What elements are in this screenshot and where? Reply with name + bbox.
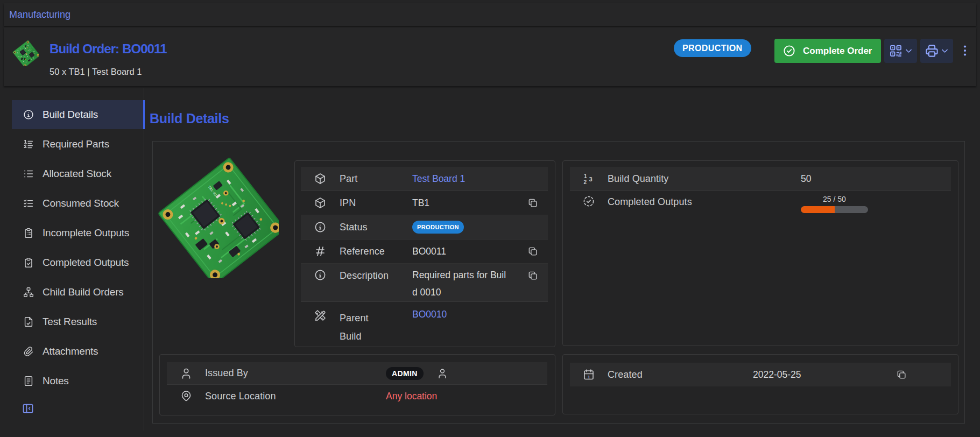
barcode-actions-button[interactable] [884,39,917,63]
value-text: BO0011 [412,246,446,257]
status-badge: PRODUCTION [412,221,464,234]
detail-row-parent-build: Parent Build BO0010 [301,302,548,347]
build-order-page: Manufacturing Build Order: BO0011 50 x T… [0,0,980,437]
detail-row-issued-by: Issued By ADMIN [167,362,547,385]
detail-row-reference: Reference BO0011 [301,239,548,264]
progress-check-icon [570,195,608,208]
page-header: Build Order: BO0011 50 x TB1 | Test Boar… [4,27,976,86]
sidebar-item-label: Incomplete Outputs [43,227,129,239]
checklist-icon [23,198,34,209]
part-thumbnail-image[interactable] [11,38,38,65]
info-circle-icon [23,109,34,121]
row-label: Part [340,172,412,186]
value-text: 50 [801,173,811,185]
value-link[interactable]: BO0010 [412,309,447,320]
numbers-icon [570,172,608,185]
sidebar-item-incomplete-outputs[interactable]: Incomplete Outputs [12,219,144,248]
value-text: Required parts for Build 0010 [412,266,510,301]
created-card: Created 2022-05-25 [562,354,958,414]
row-label: Build Quantity [608,172,801,186]
sitemap-icon [23,286,34,298]
value-link[interactable]: Any location [386,391,437,402]
more-actions-button[interactable] [955,40,975,61]
row-label: Source Location [205,389,386,404]
build-details-card: Part Test Board 1 IPN TB1 Status PRODUCT… [294,160,555,347]
progress: 25 / 50 [801,195,868,213]
row-label: Reference [340,244,412,259]
sidebar-item-label: Child Build Orders [43,286,124,298]
clipboard-check-icon [23,257,34,269]
copy-icon[interactable] [896,369,907,380]
page-title: Build Order: BO0011 [50,41,167,57]
box-icon [301,172,340,185]
page-subtitle: 50 x TB1 | Test Board 1 [50,67,142,77]
breadcrumb-manufacturing[interactable]: Manufacturing [9,9,70,20]
paperclip-icon [23,346,34,357]
issued-by-card: Issued By ADMIN Source Location Any loca… [159,354,555,415]
sidebar-item-label: Notes [43,375,69,387]
hash-icon [301,245,340,258]
row-label: IPN [340,196,412,210]
copy-icon[interactable] [527,270,538,281]
calendar-icon [570,368,608,381]
value-link[interactable]: Test Board 1 [412,173,465,185]
box-icon [301,196,340,209]
row-label: Description [340,269,412,283]
breadcrumb-bar: Manufacturing [4,3,976,26]
sidebar-item-label: Attachments [43,346,98,357]
detail-row-created: Created 2022-05-25 [570,363,951,386]
row-label: Status [340,220,412,235]
build-quantity-card: Build Quantity 50 Completed Outputs 25 /… [562,160,958,346]
copy-icon[interactable] [527,246,538,257]
detail-row-completed-outputs: Completed Outputs 25 / 50 [570,191,951,219]
sidebar-item-completed-outputs[interactable]: Completed Outputs [12,248,144,277]
sidebar-item-allocated-stock[interactable]: Allocated Stock [12,159,144,188]
sidebar-collapse-button[interactable] [22,402,34,415]
chevron-down-icon [940,46,949,55]
printing-actions-button[interactable] [920,39,953,63]
sidebar-item-label: Allocated Stock [43,168,111,180]
user-icon[interactable] [436,368,448,379]
sidebar-item-consumed-stock[interactable]: Consumed Stock [12,189,144,218]
sidebar-item-notes[interactable]: Notes [12,366,144,396]
chevron-down-icon [904,46,913,55]
pcb-image[interactable] [150,149,279,278]
row-label: Completed Outputs [608,195,801,209]
info-circle-icon [301,221,340,234]
notes-icon [23,375,34,387]
list-numbers-icon [23,138,34,150]
clipboard-list-icon [23,227,34,239]
progress-bar [801,206,868,213]
panel-title: Build Details [150,111,229,126]
qr-code-icon [889,44,903,58]
circle-check-icon [782,44,796,58]
dots-vertical-icon [958,44,971,57]
sidebar-item-label: Completed Outputs [43,257,129,269]
sidebar-item-test-results[interactable]: Test Results [12,307,144,336]
sidebar-item-label: Test Results [43,316,97,328]
sidebar-item-label: Required Parts [43,138,109,150]
detail-row-source-location: Source Location Any location [167,385,547,407]
complete-order-button[interactable]: Complete Order [774,39,881,63]
sidebar-item-child-build-orders[interactable]: Child Build Orders [12,278,144,307]
printer-icon [925,44,939,58]
detail-row-part: Part Test Board 1 [301,167,548,191]
user-icon [167,367,205,380]
admin-badge: ADMIN [386,367,424,380]
detail-row-description: Description Required parts for Build 001… [301,264,548,302]
sidebar-item-attachments[interactable]: Attachments [12,337,144,366]
detail-row-build-quantity: Build Quantity 50 [570,167,951,191]
value-text: 2022-05-25 [753,369,801,380]
status-badge: PRODUCTION [674,39,751,57]
value-text: TB1 [412,198,429,209]
map-pin-icon [167,390,205,403]
file-check-icon [23,316,34,328]
info-circle-icon [301,269,340,281]
sidebar-item-label: Build Details [43,109,98,121]
sidebar-item-required-parts[interactable]: Required Parts [12,130,144,159]
list-icon [23,168,34,180]
sidebar-item-build-details[interactable]: Build Details [12,100,144,129]
sidebar-item-label: Consumed Stock [43,198,119,209]
sidebar: Build Details Required Parts Allocated S… [12,100,144,396]
copy-icon[interactable] [527,198,538,208]
